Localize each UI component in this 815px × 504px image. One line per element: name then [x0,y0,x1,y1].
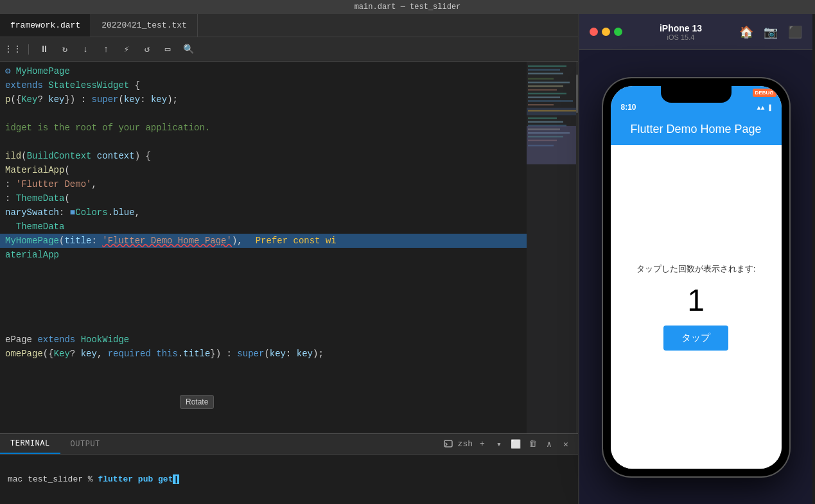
svg-rect-13 [528,117,557,119]
step-over-icon[interactable]: ↓ [78,42,93,57]
wifi-icon: ▲▲ [757,105,764,112]
reload-icon[interactable]: ↻ [57,42,73,57]
simulator-toolbar-icons: 🏠 📷 ⬛ [739,25,802,39]
terminal-shell-icon[interactable] [441,437,455,451]
title-bar: main.dart — test_slider [0,0,815,14]
terminal-close-icon[interactable]: ✕ [559,437,573,451]
lightning-icon[interactable]: ⚡ [119,42,134,57]
minimap-scrollbar [576,62,578,433]
svg-rect-5 [528,85,563,87]
terminal-shell-label: zsh [458,439,473,449]
terminal-dropdown-icon[interactable]: ▾ [492,437,506,451]
minimap-highlight [527,126,578,164]
terminal-tab-actions: zsh + ▾ ⬜ 🗑 ∧ ✕ [441,437,578,451]
code-line: narySwatch : ■ Colors . blue , [0,205,527,220]
grid-icon[interactable]: ⋮⋮ [5,42,21,57]
code-line: ThemeData [0,220,527,234]
svg-rect-2 [528,73,563,74]
main-layout: framework.dart 20220421_test.txt ⋮⋮ ⏸ ↻ … [0,14,815,504]
terminal-tabs: TERMINAL OUTPUT zsh + ▾ ⬜ [0,434,578,455]
code-line: aterialApp [0,248,527,262]
home-icon[interactable]: 🏠 [739,25,753,39]
code-content-wrap: ⚙ MyHomePage extends StatelessWidget { p… [0,62,578,433]
minimap-scrollbar-thumb [576,74,578,113]
rect-icon[interactable]: ▭ [160,42,175,57]
terminal-split-icon[interactable]: ⬜ [509,437,523,451]
svg-rect-6 [528,89,557,91]
code-line: omePage ({ Key ? key , required this . t… [0,347,527,361]
record-icon[interactable]: ⬛ [788,25,802,39]
editor-tabs: framework.dart 20220421_test.txt [0,14,578,37]
terminal-content[interactable]: mac test_slider % flutter pub get | [0,455,578,504]
code-line: extends StatelessWidget { [0,78,527,92]
app-content: タップした回数が表示されます: 1 タップ [611,145,782,469]
minimap[interactable] [527,62,578,433]
code-line [0,107,527,121]
tab-framework-dart[interactable]: framework.dart [0,14,91,37]
title-bar-label: main.dart — test_slider [355,3,461,12]
simulator-toolbar: iPhone 13 iOS 15.4 🏠 📷 ⬛ [579,14,812,50]
svg-rect-4 [528,82,570,83]
code-line [0,304,527,318]
fullscreen-button[interactable] [614,28,622,36]
minimize-button[interactable] [602,28,610,36]
terminal-cursor: | [173,474,179,484]
code-line: : ThemeData ( [0,191,527,205]
code-line: p ({ Key ? key }) : super ( key : key ); [0,92,527,107]
svg-rect-14 [528,121,563,123]
step-into-icon[interactable]: ↑ [98,42,114,57]
svg-rect-12 [528,110,576,111]
phone-screen: 8:10 ▲▲ ▐ DEBUG Flutter Demo Home Page タ… [611,86,782,469]
battery-icon: ▐ [767,105,771,112]
svg-rect-8 [528,96,560,98]
traffic-lights [590,28,622,36]
device-name: iPhone 13 [633,23,729,33]
code-editor[interactable]: ⚙ MyHomePage extends StatelessWidget { p… [0,62,527,433]
tap-count-label: タップした回数が表示されます: [636,263,756,275]
code-line [0,276,527,290]
editor-area: framework.dart 20220421_test.txt ⋮⋮ ⏸ ↻ … [0,14,578,504]
phone-frame: 8:10 ▲▲ ▐ DEBUG Flutter Demo Home Page タ… [603,78,789,476]
separator [28,44,29,55]
svg-rect-3 [528,78,554,79]
debug-badge: DEBUG [753,89,776,97]
svg-rect-1 [528,69,560,71]
screenshot-icon[interactable]: 📷 [764,25,778,39]
tap-count-number: 1 [687,282,705,318]
code-line [0,135,527,149]
svg-rect-7 [528,93,566,94]
phone-time: 8:10 [621,103,636,112]
svg-rect-0 [528,65,566,67]
search-toolbar-icon[interactable]: 🔍 [180,42,196,57]
close-button[interactable] [590,28,598,36]
code-line: ⚙ MyHomePage [0,64,527,78]
phone-frame-wrap: 8:10 ▲▲ ▐ DEBUG Flutter Demo Home Page タ… [579,50,812,504]
svg-rect-9 [528,100,573,101]
hint-text: Prefer const wi [243,234,337,248]
simulator-title: iPhone 13 iOS 15.4 [633,23,729,41]
undo-icon[interactable]: ↺ [139,42,155,57]
pause-icon[interactable]: ⏸ [37,42,52,57]
code-line [0,262,527,276]
code-line [0,290,527,304]
tap-button[interactable]: タップ [663,326,728,351]
app-bar-title: Flutter Demo Home Page [630,123,761,136]
code-line: MaterialApp ( [0,163,527,177]
terminal-trash-icon[interactable]: 🗑 [525,437,539,451]
phone-status-icons: ▲▲ ▐ [757,105,771,112]
code-line: ePage extends HookWidge [0,333,527,347]
code-line: : 'Flutter Demo' , [0,177,527,191]
terminal-area: TERMINAL OUTPUT zsh + ▾ ⬜ [0,433,578,504]
terminal-add-icon[interactable]: + [475,437,489,451]
phone-notch [661,86,732,103]
terminal-command: flutter pub get [98,474,173,484]
simulator-panel: iPhone 13 iOS 15.4 🏠 📷 ⬛ 8:10 ▲▲ [578,14,812,504]
terminal-prompt: mac test_slider % [8,474,93,484]
tab-terminal[interactable]: TERMINAL [0,434,60,454]
code-line: ild ( BuildContext context ) { [0,149,527,163]
tab-output[interactable]: OUTPUT [60,434,110,454]
code-line [0,318,527,333]
tab-test-txt[interactable]: 20220421_test.txt [91,14,198,37]
terminal-chevron-up-icon[interactable]: ∧ [542,437,556,451]
code-line-highlighted: MyHomePage ( title : 'Flutter Demo Home … [0,234,527,248]
